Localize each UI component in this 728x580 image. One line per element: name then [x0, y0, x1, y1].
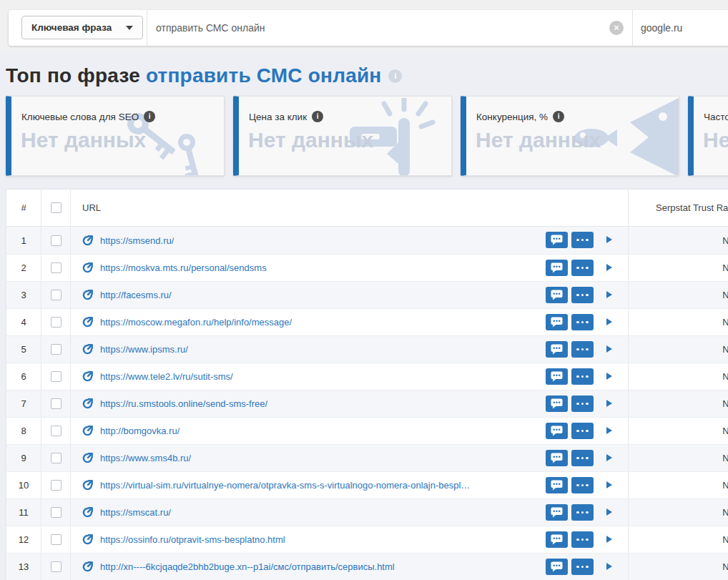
- info-icon[interactable]: i: [388, 69, 402, 83]
- url-link[interactable]: https://www.ipsms.ru/: [100, 344, 188, 355]
- row-checkbox[interactable]: [51, 262, 62, 273]
- expand-arrow[interactable]: [606, 481, 612, 488]
- expand-arrow[interactable]: [606, 400, 612, 407]
- more-button[interactable]: [571, 232, 594, 248]
- more-button[interactable]: [571, 314, 594, 330]
- more-button[interactable]: [571, 395, 594, 412]
- more-button[interactable]: [571, 287, 594, 303]
- comment-button[interactable]: [546, 232, 568, 248]
- external-link-icon[interactable]: [82, 507, 93, 518]
- more-button[interactable]: [571, 341, 594, 358]
- more-button[interactable]: [571, 504, 594, 521]
- row-number: 3: [6, 282, 41, 308]
- expand-arrow[interactable]: [606, 563, 612, 570]
- url-link[interactable]: https://www.tele2.lv/ru/sutit-sms/: [100, 371, 233, 382]
- row-number: 9: [6, 445, 41, 471]
- row-checkbox[interactable]: [51, 426, 62, 436]
- expand-arrow[interactable]: [606, 236, 612, 243]
- url-link[interactable]: http://xn----6kcjqaqde2bhb2buge.xn--p1ai…: [100, 561, 395, 572]
- info-icon[interactable]: i: [312, 111, 323, 122]
- more-button[interactable]: [571, 450, 594, 466]
- row-checkbox[interactable]: [51, 290, 62, 300]
- external-link-icon[interactable]: [82, 426, 93, 436]
- expand-arrow[interactable]: [606, 373, 612, 380]
- row-checkbox[interactable]: [51, 317, 62, 328]
- comment-button[interactable]: [546, 314, 568, 330]
- comment-button[interactable]: [546, 531, 568, 548]
- comment-button[interactable]: [546, 504, 568, 521]
- expand-arrow[interactable]: [606, 291, 612, 298]
- comment-button[interactable]: [546, 287, 568, 303]
- url-link[interactable]: https://moscow.megafon.ru/help/info/mess…: [100, 317, 292, 328]
- row-checkbox-cell: [41, 336, 71, 363]
- comment-button[interactable]: [546, 395, 568, 412]
- row-checkbox-cell: [41, 363, 71, 390]
- info-icon[interactable]: i: [553, 111, 564, 122]
- more-button[interactable]: [571, 477, 594, 493]
- url-link[interactable]: https://www.sms4b.ru/: [100, 453, 191, 463]
- comment-button[interactable]: [546, 423, 568, 439]
- external-link-icon[interactable]: [82, 262, 93, 273]
- external-link-icon[interactable]: [82, 534, 93, 545]
- comment-button[interactable]: [546, 260, 568, 276]
- comment-button[interactable]: [546, 368, 568, 385]
- url-link[interactable]: http://facesms.ru/: [100, 290, 172, 300]
- row-checkbox[interactable]: [51, 371, 62, 382]
- url-link[interactable]: https://moskva.mts.ru/personal/sendsms: [100, 262, 267, 273]
- comment-button[interactable]: [546, 450, 568, 466]
- header-checkbox-cell: [41, 190, 71, 226]
- search-type-dropdown[interactable]: Ключевая фраза: [21, 16, 143, 39]
- row-checkbox[interactable]: [51, 561, 62, 572]
- external-link-icon[interactable]: [82, 453, 93, 463]
- clear-search-icon[interactable]: ×: [609, 21, 624, 35]
- more-button[interactable]: [571, 260, 594, 276]
- external-link-icon[interactable]: [82, 317, 93, 328]
- card-label: Частотностьi: [704, 111, 728, 122]
- url-link[interactable]: https://ossinfo.ru/otpravit-sms-besplatn…: [100, 534, 285, 545]
- card-value: Нет данных: [248, 128, 373, 152]
- row-checkbox[interactable]: [51, 235, 62, 246]
- expand-arrow[interactable]: [606, 264, 612, 271]
- expand-arrow[interactable]: [606, 508, 612, 516]
- row-checkbox[interactable]: [51, 398, 62, 409]
- table-row: 13 http://xn----6kcjqaqde2bhb2buge.xn--p…: [6, 553, 728, 580]
- row-checkbox[interactable]: [51, 507, 62, 518]
- external-link-icon[interactable]: [82, 344, 93, 355]
- external-link-icon[interactable]: [82, 290, 93, 300]
- url-link[interactable]: https://smscat.ru/: [100, 507, 171, 518]
- expand-arrow[interactable]: [606, 318, 612, 325]
- table-row: 8 http://bomgovka.ru/: [6, 417, 728, 444]
- url-link[interactable]: https://virtual-sim.ru/virtualnye-nomera…: [100, 480, 470, 491]
- row-checkbox[interactable]: [51, 534, 62, 545]
- url-link[interactable]: https://smsend.ru/: [100, 235, 174, 246]
- row-checkbox[interactable]: [51, 453, 62, 463]
- row-checkbox[interactable]: [51, 480, 62, 491]
- expand-arrow[interactable]: [606, 345, 612, 353]
- url-link[interactable]: http://bomgovka.ru/: [100, 426, 179, 436]
- comment-button[interactable]: [546, 341, 568, 358]
- url-cell: https://www.tele2.lv/ru/sutit-sms/: [71, 363, 628, 390]
- page-title: Топ по фразе отправить СМС онлайн: [6, 64, 381, 87]
- comment-button[interactable]: [546, 559, 568, 575]
- external-link-icon[interactable]: [82, 561, 93, 572]
- more-button[interactable]: [571, 423, 594, 439]
- search-engine-selector[interactable]: google.ru: [641, 10, 682, 46]
- row-checkbox[interactable]: [51, 344, 62, 355]
- search-input[interactable]: отправить СМС онлайн: [156, 10, 265, 46]
- url-cell: https://www.sms4b.ru/: [71, 445, 628, 471]
- info-icon[interactable]: i: [144, 111, 155, 122]
- url-link[interactable]: https://ru.smstools.online/send-sms-free…: [100, 398, 267, 409]
- external-link-icon[interactable]: [82, 235, 93, 246]
- external-link-icon[interactable]: [82, 480, 93, 491]
- more-button[interactable]: [571, 559, 594, 575]
- comment-button[interactable]: [546, 477, 568, 493]
- speech-bubble-icon: [551, 290, 563, 300]
- expand-arrow[interactable]: [606, 454, 612, 461]
- more-button[interactable]: [571, 368, 594, 385]
- external-link-icon[interactable]: [82, 398, 93, 409]
- external-link-icon[interactable]: [82, 371, 93, 382]
- select-all-checkbox[interactable]: [51, 202, 62, 213]
- expand-arrow[interactable]: [606, 427, 612, 434]
- expand-arrow[interactable]: [606, 536, 612, 543]
- more-button[interactable]: [571, 531, 594, 548]
